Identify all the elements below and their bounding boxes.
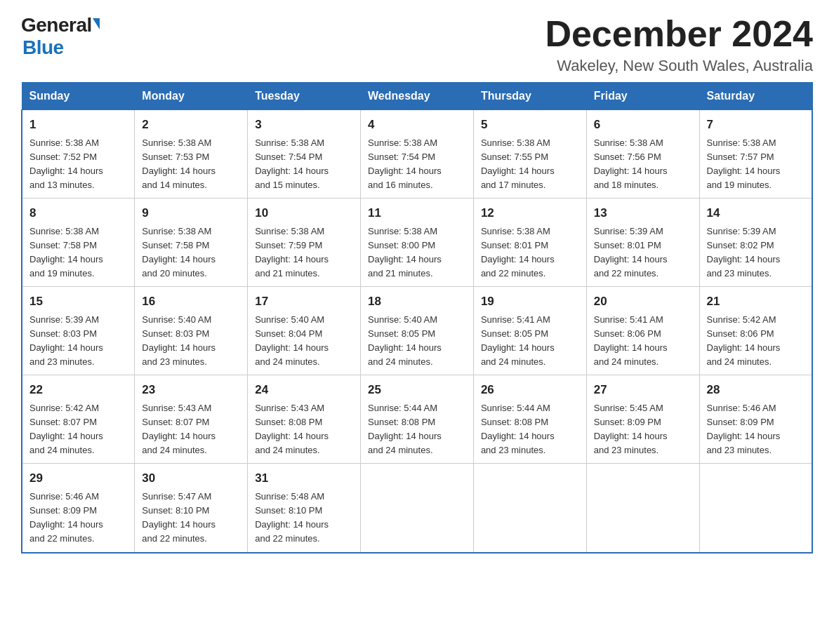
calendar-cell: 18 Sunrise: 5:40 AMSunset: 8:05 PMDaylig…	[361, 287, 474, 375]
day-number: 5	[481, 116, 579, 134]
day-number: 2	[142, 116, 240, 134]
day-info: Sunrise: 5:38 AMSunset: 7:57 PMDaylight:…	[707, 137, 781, 190]
calendar-cell: 12 Sunrise: 5:38 AMSunset: 8:01 PMDaylig…	[473, 199, 586, 287]
calendar-week-row: 8 Sunrise: 5:38 AMSunset: 7:58 PMDayligh…	[22, 199, 812, 287]
header-wednesday: Wednesday	[361, 83, 474, 110]
day-info: Sunrise: 5:44 AMSunset: 8:08 PMDaylight:…	[368, 403, 442, 455]
calendar-cell: 16 Sunrise: 5:40 AMSunset: 8:03 PMDaylig…	[135, 287, 248, 375]
day-number: 8	[29, 204, 127, 222]
day-number: 20	[594, 293, 692, 311]
day-info: Sunrise: 5:42 AMSunset: 8:06 PMDaylight:…	[707, 314, 781, 367]
day-number: 21	[707, 293, 805, 311]
calendar-cell	[473, 464, 586, 553]
title-block: December 2024 Wakeley, New South Wales, …	[545, 14, 813, 75]
header-monday: Monday	[135, 83, 248, 110]
logo-blue-text: Blue	[22, 36, 64, 59]
calendar-cell: 28 Sunrise: 5:46 AMSunset: 8:09 PMDaylig…	[699, 375, 812, 464]
day-number: 24	[255, 381, 353, 399]
day-info: Sunrise: 5:41 AMSunset: 8:05 PMDaylight:…	[481, 314, 555, 367]
calendar-cell: 9 Sunrise: 5:38 AMSunset: 7:58 PMDayligh…	[135, 199, 248, 287]
day-number: 12	[481, 204, 579, 222]
day-info: Sunrise: 5:38 AMSunset: 8:01 PMDaylight:…	[481, 226, 555, 279]
day-number: 25	[368, 381, 466, 399]
day-number: 30	[142, 469, 240, 488]
calendar-cell: 15 Sunrise: 5:39 AMSunset: 8:03 PMDaylig…	[22, 287, 135, 375]
day-info: Sunrise: 5:46 AMSunset: 8:09 PMDaylight:…	[29, 491, 103, 544]
calendar-week-row: 1 Sunrise: 5:38 AMSunset: 7:52 PMDayligh…	[22, 110, 812, 199]
day-info: Sunrise: 5:46 AMSunset: 8:09 PMDaylight:…	[707, 403, 781, 455]
day-info: Sunrise: 5:38 AMSunset: 7:58 PMDaylight:…	[142, 226, 216, 279]
calendar-cell: 25 Sunrise: 5:44 AMSunset: 8:08 PMDaylig…	[361, 375, 474, 464]
day-number: 22	[29, 381, 127, 399]
logo-arrow-icon	[93, 18, 100, 29]
calendar-cell: 3 Sunrise: 5:38 AMSunset: 7:54 PMDayligh…	[248, 110, 361, 199]
day-info: Sunrise: 5:38 AMSunset: 7:53 PMDaylight:…	[142, 137, 216, 190]
calendar-cell: 17 Sunrise: 5:40 AMSunset: 8:04 PMDaylig…	[248, 287, 361, 375]
calendar-cell: 26 Sunrise: 5:44 AMSunset: 8:08 PMDaylig…	[473, 375, 586, 464]
day-number: 29	[29, 469, 127, 488]
day-info: Sunrise: 5:43 AMSunset: 8:07 PMDaylight:…	[142, 403, 216, 455]
day-info: Sunrise: 5:38 AMSunset: 8:00 PMDaylight:…	[368, 226, 442, 279]
calendar-cell: 14 Sunrise: 5:39 AMSunset: 8:02 PMDaylig…	[699, 199, 812, 287]
calendar-cell: 23 Sunrise: 5:43 AMSunset: 8:07 PMDaylig…	[135, 375, 248, 464]
logo: General Blue	[21, 14, 100, 59]
calendar-cell: 31 Sunrise: 5:48 AMSunset: 8:10 PMDaylig…	[248, 464, 361, 553]
day-number: 23	[142, 381, 240, 399]
day-info: Sunrise: 5:38 AMSunset: 7:54 PMDaylight:…	[255, 137, 329, 190]
header-friday: Friday	[586, 83, 699, 110]
calendar-cell: 5 Sunrise: 5:38 AMSunset: 7:55 PMDayligh…	[473, 110, 586, 199]
day-number: 16	[142, 293, 240, 311]
day-number: 7	[707, 116, 805, 134]
page-header: General Blue December 2024 Wakeley, New …	[21, 14, 813, 75]
logo-general-text: General	[21, 14, 92, 36]
header-tuesday: Tuesday	[248, 83, 361, 110]
header-saturday: Saturday	[699, 83, 812, 110]
header-sunday: Sunday	[22, 83, 135, 110]
day-number: 6	[594, 116, 692, 134]
day-number: 1	[29, 116, 127, 134]
calendar-cell: 21 Sunrise: 5:42 AMSunset: 8:06 PMDaylig…	[699, 287, 812, 375]
day-info: Sunrise: 5:38 AMSunset: 7:52 PMDaylight:…	[29, 137, 103, 190]
calendar-cell: 30 Sunrise: 5:47 AMSunset: 8:10 PMDaylig…	[135, 464, 248, 553]
day-number: 19	[481, 293, 579, 311]
day-info: Sunrise: 5:39 AMSunset: 8:03 PMDaylight:…	[29, 314, 103, 367]
day-info: Sunrise: 5:41 AMSunset: 8:06 PMDaylight:…	[594, 314, 668, 367]
day-info: Sunrise: 5:38 AMSunset: 7:59 PMDaylight:…	[255, 226, 329, 279]
day-info: Sunrise: 5:40 AMSunset: 8:04 PMDaylight:…	[255, 314, 329, 367]
day-number: 17	[255, 293, 353, 311]
day-info: Sunrise: 5:44 AMSunset: 8:08 PMDaylight:…	[481, 403, 555, 455]
day-info: Sunrise: 5:39 AMSunset: 8:01 PMDaylight:…	[594, 226, 668, 279]
day-info: Sunrise: 5:47 AMSunset: 8:10 PMDaylight:…	[142, 491, 216, 544]
day-number: 28	[707, 381, 805, 399]
day-number: 10	[255, 204, 353, 222]
location-title: Wakeley, New South Wales, Australia	[545, 57, 813, 75]
calendar-cell	[586, 464, 699, 553]
calendar-cell: 19 Sunrise: 5:41 AMSunset: 8:05 PMDaylig…	[473, 287, 586, 375]
calendar-cell: 10 Sunrise: 5:38 AMSunset: 7:59 PMDaylig…	[248, 199, 361, 287]
day-info: Sunrise: 5:38 AMSunset: 7:56 PMDaylight:…	[594, 137, 668, 190]
calendar-cell: 7 Sunrise: 5:38 AMSunset: 7:57 PMDayligh…	[699, 110, 812, 199]
day-number: 31	[255, 469, 353, 488]
day-info: Sunrise: 5:38 AMSunset: 7:55 PMDaylight:…	[481, 137, 555, 190]
calendar-week-row: 22 Sunrise: 5:42 AMSunset: 8:07 PMDaylig…	[22, 375, 812, 464]
day-info: Sunrise: 5:45 AMSunset: 8:09 PMDaylight:…	[594, 403, 668, 455]
calendar-table: SundayMondayTuesdayWednesdayThursdayFrid…	[21, 82, 813, 553]
calendar-cell: 13 Sunrise: 5:39 AMSunset: 8:01 PMDaylig…	[586, 199, 699, 287]
day-info: Sunrise: 5:40 AMSunset: 8:05 PMDaylight:…	[368, 314, 442, 367]
day-info: Sunrise: 5:40 AMSunset: 8:03 PMDaylight:…	[142, 314, 216, 367]
calendar-cell: 8 Sunrise: 5:38 AMSunset: 7:58 PMDayligh…	[22, 199, 135, 287]
day-number: 13	[594, 204, 692, 222]
day-number: 11	[368, 204, 466, 222]
day-number: 27	[594, 381, 692, 399]
month-title: December 2024	[545, 14, 813, 54]
day-info: Sunrise: 5:38 AMSunset: 7:58 PMDaylight:…	[29, 226, 103, 279]
day-number: 14	[707, 204, 805, 222]
calendar-week-row: 29 Sunrise: 5:46 AMSunset: 8:09 PMDaylig…	[22, 464, 812, 553]
day-number: 4	[368, 116, 466, 134]
calendar-cell: 1 Sunrise: 5:38 AMSunset: 7:52 PMDayligh…	[22, 110, 135, 199]
calendar-week-row: 15 Sunrise: 5:39 AMSunset: 8:03 PMDaylig…	[22, 287, 812, 375]
header-thursday: Thursday	[473, 83, 586, 110]
day-number: 26	[481, 381, 579, 399]
calendar-cell: 11 Sunrise: 5:38 AMSunset: 8:00 PMDaylig…	[361, 199, 474, 287]
calendar-cell	[699, 464, 812, 553]
